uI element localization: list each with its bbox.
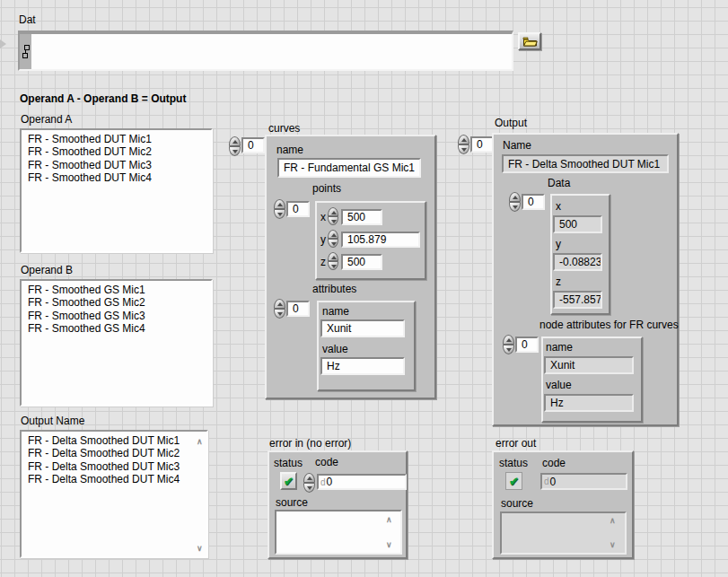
increment-icon[interactable] [458, 135, 469, 144]
file-path-label: Dat [19, 14, 36, 26]
decrement-icon[interactable] [274, 209, 285, 219]
attribute-name-label: name [322, 306, 349, 318]
attributes-index-spinner[interactable] [274, 299, 285, 319]
points-index-field[interactable]: 0 [286, 201, 310, 217]
list-item[interactable]: FR - Smoothed DUT Mic3 [28, 159, 211, 171]
scroll-up-icon[interactable]: ∧ [197, 438, 203, 446]
decrement-icon[interactable] [303, 483, 315, 493]
increment-icon[interactable] [503, 335, 514, 345]
error-out-source-indicator [500, 511, 627, 555]
curve-name-input[interactable]: FR - Fundamental GS Mic1 [277, 158, 421, 178]
scroll-down-icon[interactable]: ∨ [610, 541, 616, 549]
list-item[interactable]: FR - Smoothed GS Mic1 [28, 284, 211, 296]
decrement-icon[interactable] [509, 202, 521, 212]
increment-icon[interactable] [303, 473, 315, 483]
error-in-code-value: 0 [327, 476, 333, 488]
node-attributes-label: node attributes for FR curves [539, 319, 679, 331]
list-item[interactable]: FR - Smoothed DUT Mic1 [28, 133, 211, 145]
data-index-field[interactable]: 0 [522, 194, 545, 210]
error-out-code-indicator: d0 [540, 473, 627, 490]
decrement-icon[interactable] [328, 261, 338, 270]
list-item[interactable]: FR - Smoothed DUT Mic2 [28, 145, 211, 158]
labview-front-panel: Dat Operand A - Operand B = Output Opera… [0, 0, 728, 577]
increment-icon[interactable] [229, 136, 241, 146]
decrement-icon[interactable] [274, 309, 285, 319]
point-y-input[interactable]: 105.879 [341, 232, 420, 248]
attributes-label: attributes [312, 284, 356, 295]
operand-b-listbox[interactable]: FR - Smoothed GS Mic1FR - Smoothed GS Mi… [20, 279, 213, 407]
list-item[interactable]: FR - Smoothed GS Mic3 [28, 310, 211, 322]
panel-edge-arrow-icon [0, 39, 6, 48]
point-x-label: x [320, 212, 326, 223]
increment-icon[interactable] [274, 299, 285, 309]
list-item[interactable]: FR - Smoothed GS Mic4 [28, 322, 211, 335]
list-item[interactable]: FR - Delta Smoothed DUT Mic3 [28, 460, 206, 473]
error-out-code-value: 0 [550, 476, 557, 488]
node-attribute-value-indicator: Hz [544, 394, 634, 412]
list-item[interactable]: FR - Smoothed DUT Mic4 [28, 171, 211, 184]
error-in-code-spinner[interactable] [303, 473, 315, 493]
output-name-listbox[interactable]: FR - Delta Smoothed DUT Mic1FR - Delta S… [20, 430, 208, 558]
operand-a-label: Operand A [21, 114, 72, 126]
attribute-value-input[interactable]: Hz [320, 357, 405, 375]
decrement-icon[interactable] [458, 144, 469, 154]
list-item[interactable]: FR - Delta Smoothed DUT Mic4 [28, 473, 206, 485]
data-y-indicator: -0.08823 [553, 253, 602, 271]
operand-a-listbox[interactable]: FR - Smoothed DUT Mic1FR - Smoothed DUT … [20, 128, 213, 253]
error-in-status-label: status [274, 458, 303, 469]
scroll-up-icon[interactable]: ∧ [386, 516, 392, 524]
curves-index-spinner[interactable] [229, 136, 241, 156]
error-out-label: error out [496, 438, 536, 450]
list-item[interactable]: FR - Smoothed GS Mic2 [28, 296, 211, 309]
operand-b-label: Operand B [21, 265, 73, 276]
browse-button[interactable] [518, 32, 541, 50]
point-x-input[interactable]: 500 [341, 209, 382, 225]
node-attributes-index-field[interactable]: 0 [515, 337, 539, 353]
error-in-code-input[interactable]: d0 [317, 474, 407, 490]
data-x-label: x [556, 201, 561, 213]
decrement-icon[interactable] [503, 345, 514, 354]
point-z-label: z [320, 257, 326, 268]
error-in-status-button[interactable]: ✔ [280, 472, 297, 490]
output-name-field-label: Name [503, 140, 531, 152]
point-x-spinner[interactable] [328, 207, 338, 225]
output-index-spinner[interactable] [458, 135, 469, 154]
point-y-spinner[interactable] [328, 230, 338, 248]
scroll-down-icon[interactable]: ∨ [386, 541, 392, 549]
curve-name-label: name [276, 144, 303, 156]
scroll-down-icon[interactable]: ∨ [197, 545, 203, 553]
radix-indicator: d [544, 476, 549, 486]
list-item[interactable]: FR - Delta Smoothed DUT Mic1 [28, 434, 206, 447]
increment-icon[interactable] [328, 230, 338, 239]
data-y-label: y [556, 239, 561, 250]
attribute-name-input[interactable]: Xunit [320, 319, 405, 337]
decrement-icon[interactable] [229, 146, 241, 156]
error-in-source-input[interactable] [275, 510, 402, 555]
increment-icon[interactable] [509, 192, 521, 202]
output-label: Output [495, 118, 527, 129]
attributes-index-field[interactable]: 0 [286, 301, 310, 317]
list-item[interactable]: FR - Delta Smoothed DUT Mic2 [28, 447, 206, 459]
increment-icon[interactable] [328, 252, 338, 261]
decrement-icon[interactable] [328, 216, 338, 225]
increment-icon[interactable] [274, 199, 285, 209]
points-label: points [312, 183, 341, 195]
data-index-spinner[interactable] [509, 192, 521, 212]
open-folder-icon [522, 36, 538, 47]
points-index-spinner[interactable] [274, 199, 285, 219]
section-title: Operand A - Operand B = Output [20, 93, 186, 105]
output-name-label: Output Name [21, 415, 84, 427]
scroll-up-icon[interactable]: ∧ [610, 517, 616, 525]
node-attributes-index-spinner[interactable] [503, 335, 514, 354]
curves-index-field[interactable]: 0 [241, 137, 265, 153]
point-z-spinner[interactable] [328, 252, 338, 270]
output-index-field[interactable]: 0 [470, 136, 494, 153]
error-out-status-label: status [499, 458, 528, 469]
point-z-input[interactable]: 500 [341, 254, 382, 270]
error-in-code-label: code [315, 457, 338, 468]
path-symbol-icon [22, 45, 30, 58]
file-path-input[interactable] [18, 31, 513, 71]
decrement-icon[interactable] [328, 239, 338, 248]
increment-icon[interactable] [328, 207, 338, 216]
error-out-source-label: source [501, 498, 533, 510]
